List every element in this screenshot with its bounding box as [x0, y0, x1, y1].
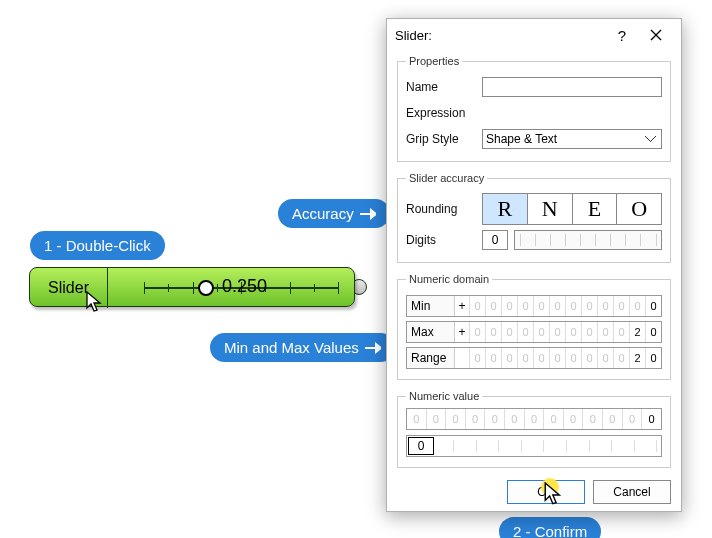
annotation-double-click: 1 - Double-Click: [30, 231, 165, 260]
rounding-mode-e[interactable]: E: [572, 194, 617, 224]
dialog-content: Properties Name Expression Grip Style Sh…: [387, 51, 681, 514]
slider-knob[interactable]: [198, 280, 214, 296]
rounding-mode-r[interactable]: R: [483, 194, 527, 224]
close-icon: [650, 29, 662, 41]
accuracy-group: Slider accuracy Rounding R N E O Digits …: [397, 172, 671, 263]
rounding-mode-n[interactable]: N: [527, 194, 572, 224]
digits-value[interactable]: 0: [482, 230, 508, 250]
slider-settings-dialog: Slider: ? Properties Name Expression Gri…: [386, 18, 682, 512]
value-slider-track[interactable]: [435, 436, 661, 456]
value-slider[interactable]: 0: [406, 435, 662, 457]
arrow-right-icon: [365, 342, 381, 354]
gripstyle-select[interactable]: Shape & Text: [482, 129, 662, 149]
slider-name-text: Slider: [48, 279, 89, 297]
max-row[interactable]: Max + 000000000020: [406, 321, 662, 343]
properties-group: Properties Name Expression Grip Style Sh…: [397, 55, 671, 162]
cancel-button[interactable]: Cancel: [593, 480, 671, 504]
dialog-title: Slider:: [395, 28, 605, 43]
min-sign[interactable]: +: [455, 296, 469, 316]
domain-group: Numeric domain Min + 000000000000 Max + …: [397, 273, 671, 380]
annotation-text: 1 - Double-Click: [44, 237, 151, 254]
arrow-right-icon: [360, 208, 376, 220]
annotation-accuracy: Accuracy: [278, 199, 390, 228]
slider-value: 0.250: [222, 276, 267, 297]
min-row[interactable]: Min + 000000000000: [406, 295, 662, 317]
rounding-label: Rounding: [406, 202, 482, 216]
annotation-confirm: 2 - Confirm: [499, 517, 601, 538]
range-label: Range: [407, 348, 455, 368]
rounding-mode-o[interactable]: O: [616, 194, 661, 224]
min-label: Min: [407, 296, 455, 316]
dialog-titlebar[interactable]: Slider: ?: [387, 19, 681, 51]
annotation-text: Accuracy: [292, 205, 354, 222]
annotation-minmax: Min and Max Values: [210, 333, 395, 362]
rounding-mode-group: R N E O: [482, 193, 662, 225]
close-button[interactable]: [639, 23, 673, 47]
range-row: Range 000000000020: [406, 347, 662, 369]
properties-legend: Properties: [406, 55, 462, 67]
name-input[interactable]: [482, 77, 662, 97]
help-button[interactable]: ?: [605, 23, 639, 47]
expression-label: Expression: [406, 106, 482, 120]
value-display[interactable]: 0000000000000: [406, 408, 662, 430]
domain-legend: Numeric domain: [406, 273, 492, 285]
name-label: Name: [406, 80, 482, 94]
gh-slider-component[interactable]: Slider 0.250: [29, 267, 359, 307]
annotation-text: Min and Max Values: [224, 339, 359, 356]
help-icon: ?: [618, 27, 626, 44]
digits-slider[interactable]: [514, 230, 662, 250]
min-cells[interactable]: 000000000000: [469, 296, 661, 316]
dialog-buttons: OK Cancel: [397, 480, 671, 504]
value-slider-knob[interactable]: 0: [408, 437, 434, 455]
cursor-highlight: [540, 477, 560, 497]
value-group: Numeric value 0000000000000 0: [397, 390, 671, 468]
value-legend: Numeric value: [406, 390, 482, 402]
slider-name-cell[interactable]: Slider: [30, 268, 108, 308]
max-label: Max: [407, 322, 455, 342]
digits-label: Digits: [406, 233, 482, 247]
max-cells[interactable]: 000000000020: [469, 322, 661, 342]
accuracy-legend: Slider accuracy: [406, 172, 487, 184]
max-sign[interactable]: +: [455, 322, 469, 342]
range-cells: 000000000020: [469, 348, 661, 368]
annotation-text: 2 - Confirm: [513, 523, 587, 538]
gripstyle-label: Grip Style: [406, 132, 482, 146]
slider-body[interactable]: Slider 0.250: [29, 267, 355, 307]
slider-track[interactable]: 0.250: [108, 268, 354, 308]
